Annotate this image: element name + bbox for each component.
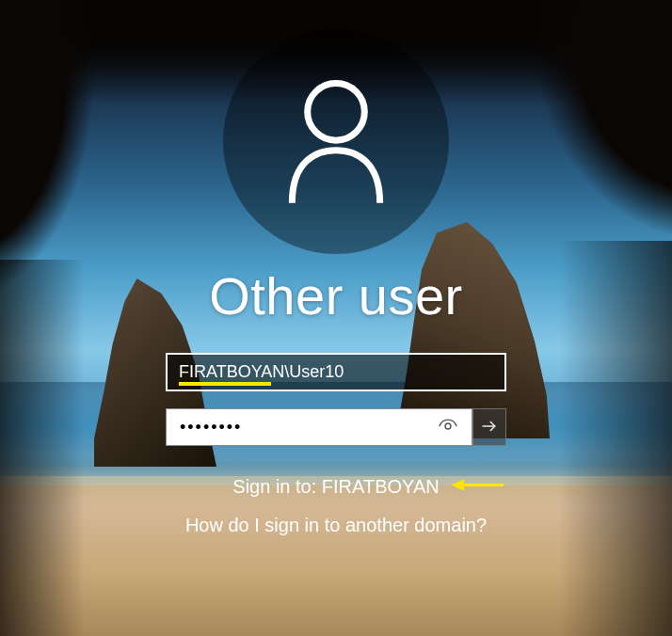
username-field-wrap [166, 353, 506, 391]
reveal-password-button[interactable] [429, 408, 467, 446]
sign-in-to-label: Sign in to: [232, 476, 322, 497]
svg-point-1 [445, 423, 451, 429]
arrow-right-icon [480, 417, 499, 438]
eye-icon [438, 416, 458, 439]
password-input[interactable] [166, 408, 472, 446]
submit-button[interactable] [472, 408, 506, 446]
user-icon [280, 73, 392, 209]
password-row [166, 408, 506, 446]
highlight-underline [179, 382, 271, 386]
sign-in-to-domain: FIRATBOYAN [322, 476, 440, 497]
page-title: Other user [209, 265, 463, 326]
other-domain-link[interactable]: How do I sign in to another domain? [185, 515, 487, 536]
sign-in-to-text: Sign in to: FIRATBOYAN [232, 476, 439, 498]
svg-point-0 [308, 84, 365, 141]
annotation-arrow-icon [449, 476, 505, 498]
login-panel: Other user Sign in to: FIRATBOYAN [0, 0, 672, 636]
svg-marker-4 [451, 479, 464, 490]
user-avatar [223, 28, 449, 254]
